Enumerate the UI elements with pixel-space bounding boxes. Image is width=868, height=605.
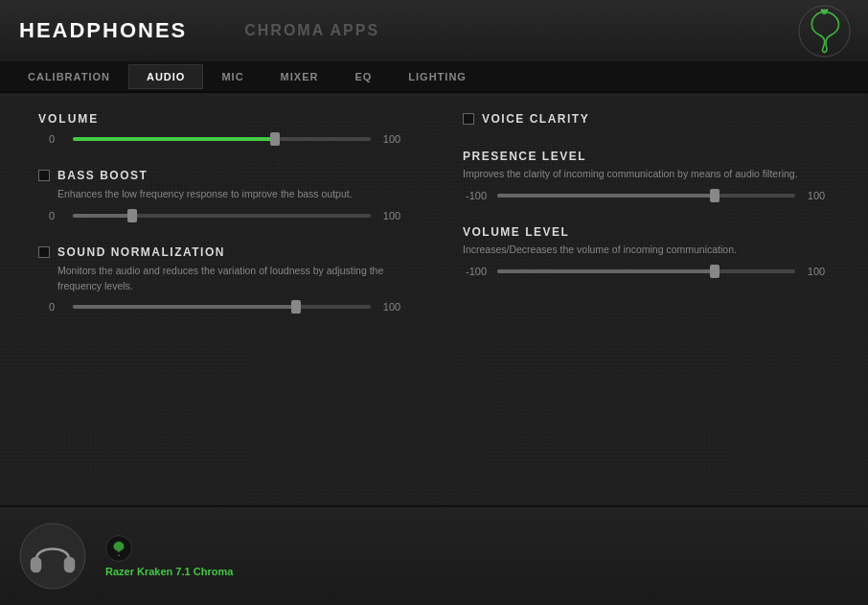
sound-norm-track: [73, 305, 371, 309]
bass-boost-header: BASS BOOST: [38, 169, 405, 182]
sound-norm-slider-row: 0 100: [38, 301, 405, 313]
sound-norm-min: 0: [38, 301, 65, 313]
presence-handle[interactable]: [710, 189, 720, 202]
sound-norm-header: SOUND NORMALIZATION: [38, 245, 405, 259]
razer-logo-icon: [798, 5, 851, 58]
presence-min: -100: [463, 190, 490, 201]
svg-point-3: [826, 10, 828, 12]
volume-level-slider-row: -100 100: [463, 266, 830, 277]
device-name-label: Razer Kraken 7.1 Chroma: [105, 566, 233, 577]
headphone-device-icon: [19, 523, 86, 590]
volume-level-label: VOLUME LEVEL: [463, 225, 830, 239]
main-content: VOLUME 0 100 BASS BOOST Enhances the low…: [0, 93, 868, 505]
vol-level-handle[interactable]: [710, 265, 720, 278]
svg-rect-5: [32, 558, 40, 571]
voice-clarity-label: VOICE CLARITY: [482, 112, 589, 126]
tab-mixer[interactable]: MIXER: [263, 64, 337, 89]
bass-boost-slider-row: 0 100: [38, 210, 405, 221]
volume-min: 0: [38, 133, 65, 145]
presence-level-label: PRESENCE LEVEL: [463, 150, 830, 163]
bass-boost-handle[interactable]: [127, 209, 137, 222]
volume-section: VOLUME 0 100: [38, 112, 405, 145]
presence-level-slider-row: -100 100: [463, 190, 830, 201]
tab-eq[interactable]: EQ: [336, 64, 390, 89]
presence-level-section: PRESENCE LEVEL Improves the clarity of i…: [463, 150, 830, 201]
tab-calibration[interactable]: CALIBRATION: [10, 64, 128, 89]
sound-norm-handle[interactable]: [291, 300, 301, 314]
presence-max: 100: [803, 190, 830, 201]
sound-norm-label: SOUND NORMALIZATION: [57, 245, 225, 259]
sound-norm-desc: Monitors the audio and reduces the varia…: [57, 264, 405, 294]
volume-level-section: VOLUME LEVEL Increases/Decreases the vol…: [463, 225, 830, 277]
bass-boost-checkbox[interactable]: [38, 170, 50, 181]
volume-handle[interactable]: [270, 132, 280, 146]
nav-tabs: CALIBRATION AUDIO MIC MIXER EQ LIGHTING: [0, 62, 868, 93]
volume-label: VOLUME: [38, 112, 405, 126]
bass-boost-track: [73, 214, 371, 218]
bass-boost-max: 100: [378, 210, 405, 221]
right-column: VOICE CLARITY PRESENCE LEVEL Improves th…: [463, 112, 830, 486]
volume-level-desc: Increases/Decreases the volume of incomi…: [463, 243, 830, 258]
tab-audio[interactable]: AUDIO: [128, 64, 203, 89]
volume-slider-row: 0 100: [38, 133, 405, 145]
bass-boost-label: BASS BOOST: [57, 169, 148, 182]
razer-badge-icon: [105, 535, 132, 562]
app-title: HEADPHONES: [19, 18, 187, 43]
svg-point-2: [821, 10, 823, 12]
vol-level-track: [497, 269, 795, 273]
voice-clarity-checkbox[interactable]: [463, 113, 474, 125]
svg-rect-6: [65, 558, 74, 571]
sound-norm-max: 100: [378, 301, 405, 313]
status-bar: Razer Kraken 7.1 Chroma: [0, 505, 868, 605]
vol-level-min: -100: [463, 266, 490, 277]
bass-boost-section: BASS BOOST Enhances the low frequency re…: [38, 169, 405, 221]
presence-level-desc: Improves the clarity of incoming communi…: [463, 167, 830, 182]
header: HEADPHONES CHROMA APPS: [0, 0, 868, 62]
voice-clarity-section: VOICE CLARITY: [463, 112, 830, 126]
tab-mic[interactable]: MIC: [203, 64, 262, 89]
tab-lighting[interactable]: LIGHTING: [390, 64, 485, 89]
chroma-apps-label: CHROMA APPS: [244, 22, 379, 39]
vol-level-max: 100: [803, 266, 830, 277]
bass-boost-desc: Enhances the low frequency response to i…: [57, 187, 405, 202]
bass-boost-min: 0: [38, 210, 65, 221]
volume-max: 100: [378, 133, 405, 145]
volume-fill: [73, 137, 275, 141]
svg-point-4: [20, 524, 85, 589]
device-info: Razer Kraken 7.1 Chroma: [105, 535, 233, 577]
sound-norm-checkbox[interactable]: [38, 246, 50, 258]
left-column: VOLUME 0 100 BASS BOOST Enhances the low…: [38, 112, 405, 486]
volume-track: [73, 137, 371, 141]
presence-track: [497, 194, 795, 198]
sound-normalization-section: SOUND NORMALIZATION Monitors the audio a…: [38, 245, 405, 314]
razer-small-logo-icon: [110, 540, 127, 557]
